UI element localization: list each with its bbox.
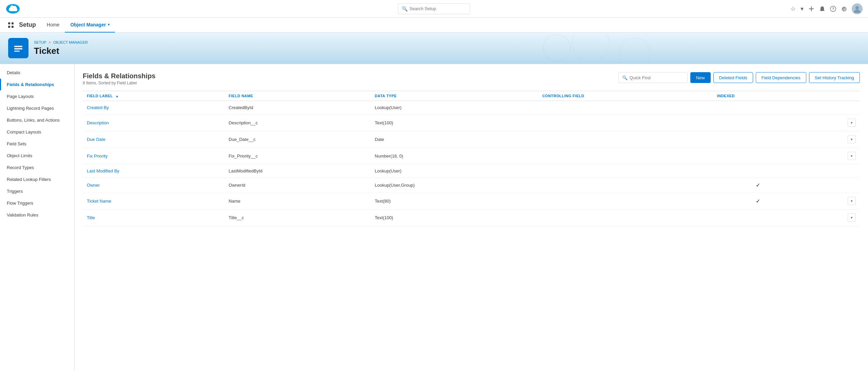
table-row: Ticket NameNameText(80)✓▾ (83, 193, 860, 209)
global-search-bar[interactable]: 🔍 (398, 3, 470, 14)
controlling-field-cell (538, 209, 713, 226)
data-type-cell: Lookup(User,Group) (371, 178, 538, 193)
actions-cell (803, 164, 860, 178)
field-label-link[interactable]: Last Modified By (87, 168, 119, 173)
object-icon (8, 38, 28, 58)
col-header-controlling-field: CONTROLLING FIELD (538, 91, 713, 101)
new-button[interactable]: New (690, 72, 711, 83)
svg-text:?: ? (832, 7, 834, 11)
table-row: Created ByCreatedByIdLookup(User) (83, 101, 860, 115)
sidebar-item-fields-relationships[interactable]: Fields & Relationships (0, 79, 74, 90)
sort-arrow-icon: ▲ (115, 94, 119, 98)
field-name-cell: Title__c (224, 209, 371, 226)
indexed-cell: ✓ (713, 193, 803, 209)
col-header-field-name: FIELD NAME (224, 91, 371, 101)
row-dropdown-button[interactable]: ▾ (848, 152, 856, 160)
content-area: Fields & Relationships 8 Items, Sorted b… (75, 64, 868, 371)
quick-find-input[interactable] (630, 75, 684, 80)
field-label-link[interactable]: Fix Priority (87, 153, 107, 159)
search-icon: 🔍 (402, 6, 408, 12)
table-row: Fix PriorityFix_Priority__cNumber(18, 0)… (83, 148, 860, 164)
col-header-field-label[interactable]: FIELD LABEL ▲ (83, 91, 224, 101)
indexed-checkmark-icon: ✓ (756, 182, 760, 188)
sidebar-item-triggers[interactable]: Triggers (0, 185, 74, 197)
data-type-cell: Number(18, 0) (371, 148, 538, 164)
breadcrumb-setup[interactable]: SETUP (34, 40, 46, 44)
sidebar-item-buttons-links-actions[interactable]: Buttons, Links, and Actions (0, 114, 74, 126)
svg-rect-12 (14, 48, 22, 49)
breadcrumb-object-manager[interactable]: OBJECT MANAGER (53, 40, 88, 44)
tab-home[interactable]: Home (41, 18, 65, 33)
svg-rect-2 (809, 8, 814, 9)
field-name-cell: Description__c (224, 115, 371, 131)
field-label-link[interactable]: Ticket Name (87, 199, 111, 204)
app-navigation: Setup Home Object Manager ▾ (0, 18, 868, 33)
col-header-indexed: INDEXED (713, 91, 803, 101)
field-label-link[interactable]: Description (87, 120, 109, 125)
quick-find-wrap[interactable]: 🔍 (618, 72, 688, 83)
controlling-field-cell (538, 164, 713, 178)
indexed-cell: ✓ (713, 178, 803, 193)
breadcrumb: SETUP > OBJECT MANAGER (34, 40, 88, 44)
sidebar-item-details[interactable]: Details (0, 67, 74, 79)
indexed-cell (713, 131, 803, 148)
sidebar-item-field-sets[interactable]: Field Sets (0, 138, 74, 150)
svg-rect-8 (12, 22, 14, 24)
sidebar-item-flow-triggers[interactable]: Flow Triggers (0, 197, 74, 209)
field-label-link[interactable]: Title (87, 215, 95, 220)
breadcrumb-separator: > (49, 40, 51, 44)
sidebar-item-related-lookup-filters[interactable]: Related Lookup Filters (0, 173, 74, 185)
controlling-field-cell (538, 148, 713, 164)
star-dropdown-button[interactable]: ▾ (801, 5, 804, 13)
field-label-link[interactable]: Due Date (87, 137, 105, 142)
section-actions: 🔍 New Deleted Fields Field Dependencies … (618, 72, 860, 83)
tab-object-manager[interactable]: Object Manager ▾ (65, 18, 115, 33)
sidebar-item-validation-rules[interactable]: Validation Rules (0, 209, 74, 221)
row-dropdown-button[interactable]: ▾ (848, 197, 856, 205)
indexed-cell (713, 148, 803, 164)
help-button[interactable]: ? (830, 6, 836, 12)
alerts-button[interactable] (819, 6, 825, 12)
set-history-tracking-button[interactable]: Set History Tracking (809, 72, 860, 83)
table-row: DescriptionDescription__cText(100)▾ (83, 115, 860, 131)
sidebar-item-lightning-record-pages[interactable]: Lightning Record Pages (0, 102, 74, 114)
svg-point-6 (855, 6, 859, 9)
data-type-cell: Text(100) (371, 209, 538, 226)
data-type-cell: Lookup(User) (371, 164, 538, 178)
field-name-cell: Due_Date__c (224, 131, 371, 148)
add-button[interactable] (808, 6, 814, 12)
avatar[interactable] (852, 3, 863, 14)
indexed-cell (713, 164, 803, 178)
salesforce-logo (5, 3, 20, 14)
app-grid-button[interactable] (5, 20, 16, 30)
row-dropdown-button[interactable]: ▾ (848, 119, 856, 127)
star-button[interactable]: ☆ (790, 5, 796, 13)
actions-cell (803, 101, 860, 115)
sidebar-item-page-layouts[interactable]: Page Layouts (0, 90, 74, 102)
indexed-cell (713, 101, 803, 115)
table-row: OwnerOwnerIdLookup(User,Group)✓ (83, 178, 860, 193)
indexed-checkmark-icon: ✓ (756, 198, 760, 204)
row-dropdown-button[interactable]: ▾ (848, 213, 856, 222)
top-nav-right: ☆ ▾ ? (790, 3, 863, 14)
sidebar-item-object-limits[interactable]: Object Limits (0, 150, 74, 162)
field-label-link[interactable]: Owner (87, 183, 100, 188)
field-label-link[interactable]: Created By (87, 105, 109, 110)
row-dropdown-button[interactable]: ▾ (848, 135, 856, 143)
controlling-field-cell (538, 101, 713, 115)
settings-button[interactable] (841, 6, 847, 12)
actions-cell: ▾ (803, 148, 860, 164)
main-content: Details Fields & Relationships Page Layo… (0, 64, 868, 371)
deleted-fields-button[interactable]: Deleted Fields (713, 72, 753, 83)
controlling-field-cell (538, 131, 713, 148)
sidebar-item-compact-layouts[interactable]: Compact Layouts (0, 126, 74, 138)
fields-table: FIELD LABEL ▲ FIELD NAME DATA TYPE CONTR… (83, 91, 860, 226)
field-name-cell: OwnerId (224, 178, 371, 193)
sidebar-item-record-types[interactable]: Record Types (0, 162, 74, 173)
field-dependencies-button[interactable]: Field Dependencies (756, 72, 806, 83)
search-input[interactable] (410, 6, 467, 11)
svg-rect-9 (8, 26, 10, 28)
nav-tabs: Home Object Manager ▾ (41, 18, 115, 33)
data-type-cell: Text(80) (371, 193, 538, 209)
svg-rect-10 (12, 26, 14, 28)
